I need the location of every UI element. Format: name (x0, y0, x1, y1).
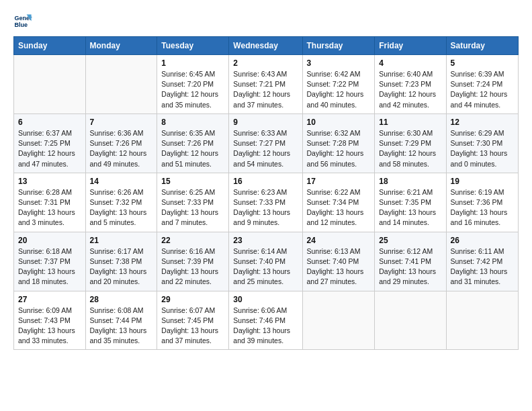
day-info: Sunrise: 6:26 AM Sunset: 7:32 PM Dayligh… (90, 187, 153, 228)
day-number: 18 (379, 177, 441, 186)
day-info: Sunrise: 6:09 AM Sunset: 7:43 PM Dayligh… (18, 306, 81, 347)
day-number: 29 (161, 295, 224, 304)
calendar-cell: 7Sunrise: 6:36 AM Sunset: 7:26 PM Daylig… (85, 113, 157, 173)
day-number: 15 (161, 177, 224, 186)
day-number: 27 (18, 295, 81, 304)
day-info: Sunrise: 6:11 AM Sunset: 7:42 PM Dayligh… (451, 246, 514, 287)
calendar-cell: 30Sunrise: 6:06 AM Sunset: 7:46 PM Dayli… (229, 291, 302, 350)
calendar-cell: 14Sunrise: 6:26 AM Sunset: 7:32 PM Dayli… (85, 173, 157, 232)
calendar-cell: 5Sunrise: 6:39 AM Sunset: 7:24 PM Daylig… (446, 55, 518, 114)
day-info: Sunrise: 6:28 AM Sunset: 7:31 PM Dayligh… (18, 187, 81, 228)
calendar-cell: 28Sunrise: 6:08 AM Sunset: 7:44 PM Dayli… (85, 291, 157, 350)
day-info: Sunrise: 6:19 AM Sunset: 7:36 PM Dayligh… (451, 187, 514, 228)
calendar-cell (14, 55, 86, 114)
calendar-cell: 4Sunrise: 6:40 AM Sunset: 7:23 PM Daylig… (375, 55, 446, 114)
calendar-header-thursday: Thursday (302, 37, 375, 55)
calendar-cell: 9Sunrise: 6:33 AM Sunset: 7:27 PM Daylig… (229, 113, 302, 173)
calendar-cell: 13Sunrise: 6:28 AM Sunset: 7:31 PM Dayli… (14, 173, 86, 232)
day-number: 11 (379, 118, 441, 127)
calendar-header-sunday: Sunday (14, 37, 86, 55)
day-info: Sunrise: 6:33 AM Sunset: 7:27 PM Dayligh… (233, 128, 298, 169)
calendar-cell: 25Sunrise: 6:12 AM Sunset: 7:41 PM Dayli… (375, 232, 446, 291)
calendar-cell: 24Sunrise: 6:13 AM Sunset: 7:40 PM Dayli… (302, 232, 375, 291)
logo: General Blue (13, 11, 35, 30)
calendar-cell: 21Sunrise: 6:17 AM Sunset: 7:38 PM Dayli… (85, 232, 157, 291)
calendar-cell: 1Sunrise: 6:45 AM Sunset: 7:20 PM Daylig… (157, 55, 229, 114)
calendar-cell (85, 55, 157, 114)
page-header: General Blue (13, 11, 519, 30)
day-info: Sunrise: 6:16 AM Sunset: 7:39 PM Dayligh… (161, 246, 224, 287)
calendar-cell: 6Sunrise: 6:37 AM Sunset: 7:25 PM Daylig… (14, 113, 86, 173)
day-info: Sunrise: 6:07 AM Sunset: 7:45 PM Dayligh… (161, 306, 224, 347)
calendar-header-monday: Monday (85, 37, 157, 55)
day-number: 25 (379, 236, 441, 245)
day-number: 7 (90, 118, 153, 127)
calendar-cell: 2Sunrise: 6:43 AM Sunset: 7:21 PM Daylig… (229, 55, 302, 114)
day-info: Sunrise: 6:35 AM Sunset: 7:26 PM Dayligh… (161, 128, 224, 169)
day-info: Sunrise: 6:40 AM Sunset: 7:23 PM Dayligh… (379, 69, 441, 110)
day-number: 14 (90, 177, 153, 186)
day-info: Sunrise: 6:25 AM Sunset: 7:33 PM Dayligh… (161, 187, 224, 228)
calendar-body: 1Sunrise: 6:45 AM Sunset: 7:20 PM Daylig… (14, 55, 519, 350)
calendar-cell: 23Sunrise: 6:14 AM Sunset: 7:40 PM Dayli… (229, 232, 302, 291)
calendar-cell: 26Sunrise: 6:11 AM Sunset: 7:42 PM Dayli… (446, 232, 518, 291)
day-info: Sunrise: 6:18 AM Sunset: 7:37 PM Dayligh… (18, 246, 81, 287)
day-number: 6 (18, 118, 81, 127)
calendar-cell: 27Sunrise: 6:09 AM Sunset: 7:43 PM Dayli… (14, 291, 86, 350)
day-number: 8 (161, 118, 224, 127)
day-number: 2 (233, 58, 298, 68)
calendar-cell: 10Sunrise: 6:32 AM Sunset: 7:28 PM Dayli… (302, 113, 375, 173)
calendar-week-2: 6Sunrise: 6:37 AM Sunset: 7:25 PM Daylig… (14, 113, 519, 173)
day-number: 9 (233, 118, 298, 127)
calendar-header-tuesday: Tuesday (157, 37, 229, 55)
day-number: 12 (451, 118, 514, 127)
day-info: Sunrise: 6:45 AM Sunset: 7:20 PM Dayligh… (161, 69, 224, 110)
calendar-week-5: 27Sunrise: 6:09 AM Sunset: 7:43 PM Dayli… (14, 291, 519, 350)
day-number: 17 (307, 177, 371, 186)
calendar-cell: 17Sunrise: 6:22 AM Sunset: 7:34 PM Dayli… (302, 173, 375, 232)
day-info: Sunrise: 6:30 AM Sunset: 7:29 PM Dayligh… (379, 128, 441, 169)
day-number: 30 (233, 295, 298, 304)
calendar-header-wednesday: Wednesday (229, 37, 302, 55)
calendar-cell: 22Sunrise: 6:16 AM Sunset: 7:39 PM Dayli… (157, 232, 229, 291)
calendar-cell: 3Sunrise: 6:42 AM Sunset: 7:22 PM Daylig… (302, 55, 375, 114)
svg-text:Blue: Blue (14, 21, 28, 28)
calendar-header-saturday: Saturday (446, 37, 518, 55)
calendar-cell: 20Sunrise: 6:18 AM Sunset: 7:37 PM Dayli… (14, 232, 86, 291)
day-info: Sunrise: 6:12 AM Sunset: 7:41 PM Dayligh… (379, 246, 441, 287)
calendar-cell (446, 291, 518, 350)
day-info: Sunrise: 6:22 AM Sunset: 7:34 PM Dayligh… (307, 187, 371, 228)
day-number: 13 (18, 177, 81, 186)
calendar-header-friday: Friday (375, 37, 446, 55)
day-info: Sunrise: 6:36 AM Sunset: 7:26 PM Dayligh… (90, 128, 153, 169)
calendar-cell: 16Sunrise: 6:23 AM Sunset: 7:33 PM Dayli… (229, 173, 302, 232)
calendar-table: SundayMondayTuesdayWednesdayThursdayFrid… (13, 36, 519, 350)
day-info: Sunrise: 6:06 AM Sunset: 7:46 PM Dayligh… (233, 306, 298, 347)
day-info: Sunrise: 6:23 AM Sunset: 7:33 PM Dayligh… (233, 187, 298, 228)
day-number: 21 (90, 236, 153, 245)
day-number: 1 (161, 58, 224, 68)
day-info: Sunrise: 6:17 AM Sunset: 7:38 PM Dayligh… (90, 246, 153, 287)
day-info: Sunrise: 6:39 AM Sunset: 7:24 PM Dayligh… (451, 69, 514, 110)
day-info: Sunrise: 6:42 AM Sunset: 7:22 PM Dayligh… (307, 69, 371, 110)
day-number: 26 (451, 236, 514, 245)
day-info: Sunrise: 6:08 AM Sunset: 7:44 PM Dayligh… (90, 306, 153, 347)
day-info: Sunrise: 6:29 AM Sunset: 7:30 PM Dayligh… (451, 128, 514, 169)
calendar-cell: 11Sunrise: 6:30 AM Sunset: 7:29 PM Dayli… (375, 113, 446, 173)
day-number: 10 (307, 118, 371, 127)
calendar-week-1: 1Sunrise: 6:45 AM Sunset: 7:20 PM Daylig… (14, 55, 519, 114)
day-number: 19 (451, 177, 514, 186)
calendar-week-4: 20Sunrise: 6:18 AM Sunset: 7:37 PM Dayli… (14, 232, 519, 291)
day-info: Sunrise: 6:14 AM Sunset: 7:40 PM Dayligh… (233, 246, 298, 287)
day-number: 3 (307, 58, 371, 68)
day-number: 23 (233, 236, 298, 245)
day-info: Sunrise: 6:13 AM Sunset: 7:40 PM Dayligh… (307, 246, 371, 287)
day-number: 4 (379, 58, 441, 68)
calendar-cell: 18Sunrise: 6:21 AM Sunset: 7:35 PM Dayli… (375, 173, 446, 232)
calendar-cell: 12Sunrise: 6:29 AM Sunset: 7:30 PM Dayli… (446, 113, 518, 173)
day-info: Sunrise: 6:43 AM Sunset: 7:21 PM Dayligh… (233, 69, 298, 110)
day-number: 28 (90, 295, 153, 304)
day-info: Sunrise: 6:37 AM Sunset: 7:25 PM Dayligh… (18, 128, 81, 169)
day-number: 22 (161, 236, 224, 245)
calendar-cell: 19Sunrise: 6:19 AM Sunset: 7:36 PM Dayli… (446, 173, 518, 232)
